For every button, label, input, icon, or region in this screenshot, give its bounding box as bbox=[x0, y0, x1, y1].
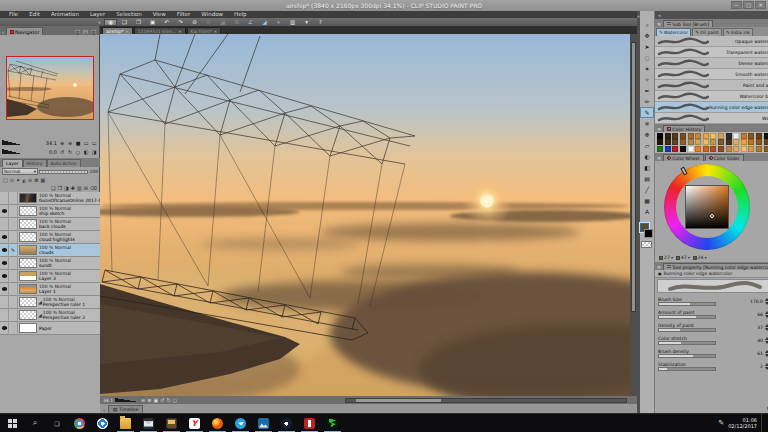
layer-visibility-toggle[interactable] bbox=[0, 218, 9, 231]
nav-flip-vertical-icon[interactable]: ◨ bbox=[90, 149, 98, 155]
snap-to-special-ruler-button[interactable]: ◢ bbox=[258, 19, 271, 26]
color-readout[interactable]: 24 bbox=[693, 255, 707, 260]
color-swatch[interactable] bbox=[756, 146, 762, 152]
taskbar-search-button[interactable]: ⌕ bbox=[24, 414, 46, 432]
canvas[interactable] bbox=[100, 34, 630, 396]
start-button[interactable] bbox=[0, 414, 24, 432]
document-tab-airship[interactable]: airship*✕ bbox=[102, 27, 133, 34]
menu-item[interactable]: Help bbox=[229, 11, 252, 18]
layer-filter-icon[interactable]: □ bbox=[3, 177, 8, 183]
layer-row[interactable]: ◢ 100 % Normal Perspective ruler 2 bbox=[0, 309, 100, 322]
color-swatch[interactable] bbox=[726, 146, 732, 152]
tab-color-slider[interactable]: Color Slider bbox=[705, 154, 744, 161]
frame-border-tool[interactable]: ▦ bbox=[640, 195, 654, 206]
color-swatch[interactable] bbox=[764, 146, 768, 152]
color-swatch[interactable] bbox=[703, 146, 709, 152]
open-file-button[interactable]: ❐ bbox=[132, 19, 145, 26]
add-mask-icon[interactable]: ✚ bbox=[71, 185, 75, 191]
remove-mask-icon[interactable]: ⊟ bbox=[84, 185, 88, 191]
brush-list-item[interactable]: Dense watercolor bbox=[655, 58, 768, 69]
navigator-tab[interactable]: Navigator bbox=[6, 27, 43, 35]
transparent-color-chip[interactable] bbox=[641, 241, 652, 248]
color-swatch[interactable] bbox=[710, 146, 716, 152]
blend-mode-select[interactable]: Normal ▾ bbox=[2, 168, 38, 175]
deselect-button[interactable]: ⊘ bbox=[188, 19, 201, 26]
taskbar-app-steam[interactable] bbox=[275, 414, 298, 432]
fill-tool[interactable]: ◧ bbox=[640, 162, 654, 173]
eyedropper-tool[interactable]: ✧ bbox=[640, 74, 654, 85]
close-button[interactable]: ✕ bbox=[755, 1, 766, 9]
taskbar-app-photos[interactable] bbox=[252, 414, 275, 432]
color-swatch[interactable] bbox=[764, 133, 768, 139]
task-view-button[interactable]: ❏ bbox=[46, 414, 68, 432]
layer-visibility-toggle[interactable] bbox=[0, 296, 9, 309]
tab-layer[interactable]: Layer bbox=[2, 159, 23, 167]
layer-thumbnail[interactable] bbox=[19, 258, 37, 268]
nav-zoom-fit-icon[interactable]: ■ bbox=[74, 140, 82, 146]
status-zoom-in-icon[interactable]: ⊕ bbox=[147, 397, 151, 403]
auto-select-tool[interactable]: ✶ bbox=[640, 63, 654, 74]
color-swatch[interactable] bbox=[718, 133, 724, 139]
nav-rotate-right-icon[interactable]: ↻ bbox=[66, 149, 74, 155]
horizontal-scrollbar-thumb[interactable] bbox=[356, 399, 441, 402]
color-swatch[interactable] bbox=[665, 139, 671, 145]
taskbar-app-red[interactable] bbox=[298, 414, 321, 432]
layer-thumbnail[interactable] bbox=[19, 232, 37, 242]
nav-flip-horizontal-icon[interactable]: ◧ bbox=[82, 149, 90, 155]
color-swatch[interactable] bbox=[733, 139, 739, 145]
menu-item[interactable]: File bbox=[4, 11, 23, 18]
menu-item[interactable]: Animation bbox=[46, 11, 84, 18]
brush-list-item[interactable]: Watery bbox=[655, 113, 768, 124]
navigator-thumbnail[interactable] bbox=[6, 56, 94, 120]
layer-visibility-toggle[interactable] bbox=[0, 257, 9, 270]
slider-track[interactable] bbox=[658, 367, 716, 371]
layer-thumbnail[interactable] bbox=[19, 297, 37, 307]
status-reset-icon[interactable]: ○ bbox=[173, 397, 177, 403]
status-rotate-right-icon[interactable]: ↻ bbox=[166, 397, 170, 403]
gradient-tool[interactable]: ▤ bbox=[640, 173, 654, 184]
color-swatch[interactable] bbox=[726, 139, 732, 145]
pencil-tool[interactable]: ✏ bbox=[640, 96, 654, 107]
color-swatch[interactable] bbox=[710, 133, 716, 139]
color-swatch[interactable] bbox=[672, 133, 678, 139]
blend-tool[interactable]: ◐ bbox=[640, 151, 654, 162]
nav-reset-rotation-icon[interactable]: ○ bbox=[74, 149, 82, 155]
layer-mask-icon[interactable]: ▦ bbox=[40, 177, 45, 183]
new-file-button[interactable]: ❏ bbox=[118, 19, 131, 26]
quick-access-icon[interactable]: ⌖ bbox=[82, 29, 89, 35]
layer-row[interactable]: ◢ 100 % Normal Perspective ruler 1 bbox=[0, 296, 100, 309]
reselect-button[interactable]: ⊙ bbox=[202, 19, 215, 26]
tool-property-tab[interactable]: Tool property [Running color edge waterc… bbox=[663, 263, 768, 270]
status-zoom-out-icon[interactable]: ⊖ bbox=[141, 397, 145, 403]
close-icon[interactable]: ✕ bbox=[178, 29, 181, 34]
brush-list-item[interactable]: Smooth watercolor bbox=[655, 69, 768, 80]
nav-rotate-slider[interactable] bbox=[2, 149, 22, 154]
layer-row[interactable]: 100 % Normal Layer 3 bbox=[0, 270, 100, 283]
airbrush-tool[interactable]: ※ bbox=[640, 118, 654, 129]
brush-tool[interactable]: ✎ bbox=[640, 107, 654, 118]
subview-icon[interactable]: ▤ bbox=[74, 29, 81, 35]
tab-history[interactable]: History bbox=[23, 159, 47, 167]
layer-row[interactable]: 100 % Normal back clouds bbox=[0, 218, 100, 231]
taskbar-app-mail[interactable] bbox=[137, 414, 160, 432]
color-swatch[interactable] bbox=[657, 146, 663, 152]
color-swatch[interactable] bbox=[688, 146, 694, 152]
layer-visibility-toggle[interactable] bbox=[0, 309, 9, 322]
tab-color-wheel[interactable]: Color Wheel bbox=[663, 154, 703, 161]
layer-visibility-toggle[interactable] bbox=[0, 244, 9, 257]
layer-row[interactable]: 100 % Normal cloud highlights bbox=[0, 231, 100, 244]
operation-tool[interactable]: ➤ bbox=[640, 41, 654, 52]
nav-zoom-slider[interactable] bbox=[2, 140, 22, 145]
clip-studio-paint-icon[interactable]: ◉ bbox=[104, 19, 117, 26]
undo-button[interactable]: ↶ bbox=[160, 19, 173, 26]
slider-track[interactable] bbox=[658, 341, 716, 345]
color-swatch[interactable] bbox=[718, 146, 724, 152]
layer-row[interactable]: 100 % Normal Layer 1 bbox=[0, 283, 100, 296]
color-swatch[interactable] bbox=[703, 139, 709, 145]
merge-down-icon[interactable]: ◨ bbox=[64, 185, 69, 191]
layer-clip-icon[interactable]: ⊙ bbox=[10, 177, 14, 183]
color-swatch[interactable] bbox=[741, 133, 747, 139]
opacity-slider[interactable] bbox=[39, 170, 88, 174]
layer-visibility-toggle[interactable] bbox=[0, 322, 9, 335]
document-tab-kai-front[interactable]: Kai front*✕ bbox=[187, 27, 222, 34]
